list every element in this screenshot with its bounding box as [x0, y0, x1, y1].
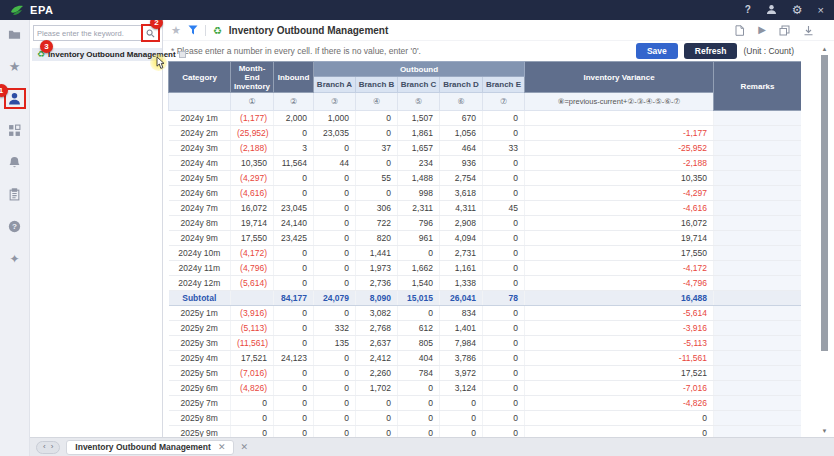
value-cell[interactable]: 2,412 — [356, 351, 398, 366]
value-cell[interactable]: 0 — [274, 411, 314, 426]
value-cell[interactable]: 0 — [356, 111, 398, 126]
value-cell[interactable]: 0 — [483, 411, 525, 426]
value-cell[interactable]: 234 — [398, 156, 440, 171]
value-cell[interactable]: (3,916) — [231, 306, 274, 321]
sparkle-icon[interactable]: ✦ — [8, 252, 22, 265]
value-cell[interactable]: -25,952 — [525, 141, 714, 156]
value-cell[interactable]: -1,177 — [525, 126, 714, 141]
value-cell[interactable]: 0 — [440, 426, 483, 438]
value-cell[interactable]: 0 — [274, 186, 314, 201]
value-cell[interactable]: 0 — [274, 321, 314, 336]
value-cell[interactable]: 796 — [398, 216, 440, 231]
value-cell[interactable]: 1,000 — [314, 111, 356, 126]
value-cell[interactable]: 0 — [356, 396, 398, 411]
value-cell[interactable]: 0 — [274, 261, 314, 276]
value-cell[interactable]: 2,754 — [440, 171, 483, 186]
value-cell[interactable]: 1,657 — [398, 141, 440, 156]
value-cell[interactable]: 0 — [274, 126, 314, 141]
value-cell[interactable]: 1,973 — [356, 261, 398, 276]
value-cell[interactable]: 0 — [356, 426, 398, 438]
scroll-down-icon[interactable]: ▼ — [820, 428, 829, 434]
value-cell[interactable]: 0 — [483, 186, 525, 201]
value-cell[interactable]: -4,616 — [525, 201, 714, 216]
search-input[interactable] — [34, 26, 142, 40]
value-cell[interactable]: 0 — [356, 156, 398, 171]
value-cell[interactable]: 1,161 — [440, 261, 483, 276]
value-cell[interactable]: 0 — [483, 366, 525, 381]
value-cell[interactable]: 0 — [398, 306, 440, 321]
value-cell[interactable]: 0 — [483, 231, 525, 246]
value-cell[interactable]: 0 — [398, 426, 440, 438]
tab-prev-icon[interactable]: ‹ — [43, 443, 46, 451]
value-cell[interactable]: (4,796) — [231, 261, 274, 276]
value-cell[interactable]: (2,188) — [231, 141, 274, 156]
value-cell[interactable]: 0 — [483, 321, 525, 336]
favorite-star-icon[interactable]: ★ — [171, 24, 181, 37]
value-cell[interactable]: 0 — [440, 396, 483, 411]
value-cell[interactable]: 0 — [483, 171, 525, 186]
value-cell[interactable]: 404 — [398, 351, 440, 366]
value-cell[interactable]: 7,984 — [440, 336, 483, 351]
value-cell[interactable]: 0 — [483, 276, 525, 291]
value-cell[interactable]: 0 — [483, 261, 525, 276]
value-cell[interactable]: 0 — [314, 246, 356, 261]
star-icon[interactable]: ★ — [8, 60, 22, 73]
value-cell[interactable]: 936 — [440, 156, 483, 171]
value-cell[interactable]: -11,561 — [525, 351, 714, 366]
value-cell[interactable]: 0 — [274, 246, 314, 261]
value-cell[interactable]: -5,113 — [525, 336, 714, 351]
value-cell[interactable]: 0 — [483, 396, 525, 411]
value-cell[interactable]: 17,550 — [231, 231, 274, 246]
value-cell[interactable]: 1,662 — [398, 261, 440, 276]
value-cell[interactable]: 0 — [398, 411, 440, 426]
value-cell[interactable]: 0 — [483, 351, 525, 366]
value-cell[interactable]: 55 — [356, 171, 398, 186]
value-cell[interactable]: 19,714 — [231, 216, 274, 231]
value-cell[interactable]: 0 — [314, 201, 356, 216]
value-cell[interactable]: -4,297 — [525, 186, 714, 201]
value-cell[interactable]: 0 — [274, 276, 314, 291]
value-cell[interactable]: 23,035 — [314, 126, 356, 141]
value-cell[interactable]: 1,861 — [398, 126, 440, 141]
help-icon[interactable]: ? — [745, 5, 751, 15]
tree-item-inventory-outbound-management[interactable]: ♻ Inventory Outbound Management 3 — [32, 48, 162, 61]
value-cell[interactable]: 19,714 — [525, 231, 714, 246]
value-cell[interactable]: 0 — [525, 426, 714, 438]
value-cell[interactable]: 0 — [314, 351, 356, 366]
scrollbar-thumb[interactable] — [821, 55, 828, 351]
value-cell[interactable]: (4,616) — [231, 186, 274, 201]
value-cell[interactable]: 805 — [398, 336, 440, 351]
value-cell[interactable]: 2,000 — [274, 111, 314, 126]
value-cell[interactable]: 24,123 — [274, 351, 314, 366]
value-cell[interactable]: 998 — [398, 186, 440, 201]
value-cell[interactable]: 0 — [483, 306, 525, 321]
value-cell[interactable]: 1,401 — [440, 321, 483, 336]
value-cell[interactable]: 0 — [483, 216, 525, 231]
clipboard-icon[interactable] — [8, 188, 22, 201]
value-cell[interactable]: 0 — [274, 366, 314, 381]
value-cell[interactable]: 0 — [483, 111, 525, 126]
value-cell[interactable]: 0 — [231, 426, 274, 438]
value-cell[interactable]: 0 — [274, 381, 314, 396]
value-cell[interactable]: 0 — [398, 396, 440, 411]
value-cell[interactable]: 2,731 — [440, 246, 483, 261]
value-cell[interactable]: 0 — [483, 126, 525, 141]
tab-next-icon[interactable]: › — [51, 443, 54, 451]
value-cell[interactable]: (5,113) — [231, 321, 274, 336]
folder-icon[interactable] — [8, 28, 22, 41]
value-cell[interactable]: -4,172 — [525, 261, 714, 276]
value-cell[interactable]: 0 — [356, 186, 398, 201]
vertical-scrollbar[interactable]: ▲ ▼ — [820, 46, 829, 434]
close-icon[interactable]: × — [818, 5, 824, 15]
value-cell[interactable]: 3,124 — [440, 381, 483, 396]
tab-close-icon[interactable]: ✕ — [218, 443, 226, 452]
value-cell[interactable]: 135 — [314, 336, 356, 351]
value-cell[interactable]: 820 — [356, 231, 398, 246]
value-cell[interactable]: 0 — [314, 171, 356, 186]
value-cell[interactable]: 0 — [525, 411, 714, 426]
value-cell[interactable]: 11,564 — [274, 156, 314, 171]
value-cell[interactable]: 2,908 — [440, 216, 483, 231]
value-cell[interactable]: 1,056 — [440, 126, 483, 141]
value-cell[interactable]: -2,188 — [525, 156, 714, 171]
value-cell[interactable]: 44 — [314, 156, 356, 171]
